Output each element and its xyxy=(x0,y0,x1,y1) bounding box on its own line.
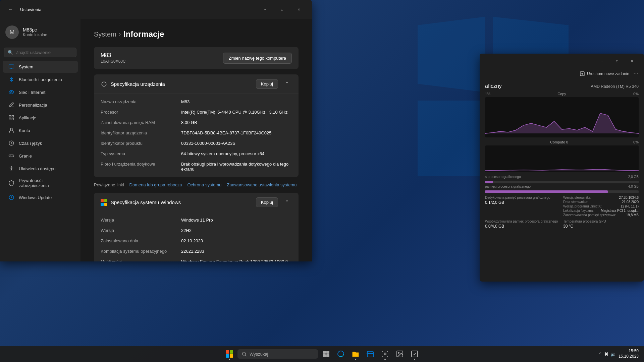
device-spec-collapse-button[interactable]: ⌃ xyxy=(282,79,292,88)
tm-maximize-button[interactable]: □ xyxy=(610,56,624,66)
spec-row-edition: Wersja Windows 11 Pro xyxy=(94,215,299,225)
sidebar-item-system-label: System xyxy=(19,64,33,69)
maximize-button[interactable]: □ xyxy=(274,4,290,15)
sidebar-item-network-label: Sieć i Internet xyxy=(19,90,46,95)
sidebar-item-bluetooth[interactable]: Bluetooth i urządzenia xyxy=(3,73,78,85)
taskbar-clock[interactable]: 15:50 15.10.2023 xyxy=(619,349,639,359)
accessibility-icon xyxy=(8,165,15,172)
svg-line-20 xyxy=(245,355,247,356)
shared-memory-label: Współużytkowana pamięć procesora graficz… xyxy=(485,220,560,223)
gpu-stats-grid: Dedykowana pamięć procesora graficznego … xyxy=(485,196,639,229)
store-icon xyxy=(366,350,374,358)
windows-spec-collapse-button[interactable]: ⌃ xyxy=(282,198,292,207)
driver-version-row: Wersja sterownika: 27.20.1034.6 xyxy=(563,196,639,199)
reserved-value: 19,8 MB xyxy=(626,213,639,217)
sidebar-item-personalization[interactable]: Personalizacja xyxy=(3,99,78,111)
vram-bar xyxy=(485,181,639,183)
volume-icon[interactable]: 🔉 xyxy=(610,352,616,357)
photos-button[interactable] xyxy=(393,347,407,361)
sidebar-item-accounts[interactable]: Konta xyxy=(3,124,78,136)
related-links: Powiązane linki Domena lub grupa robocza… xyxy=(94,182,299,187)
settings-body: M M83pc Konto lokalne 🔍 xyxy=(0,19,312,261)
taskmanager-titlebar: − □ ✕ xyxy=(480,54,644,68)
photos-icon xyxy=(396,350,404,358)
chevron-icon[interactable]: ⌃ xyxy=(598,352,602,357)
sidebar-item-network[interactable]: Sieć i Internet xyxy=(3,86,78,98)
start-indicator xyxy=(229,359,230,360)
related-link-advanced[interactable]: Zaawansowane ustawienia systemu xyxy=(227,182,297,187)
settings-window: ← Ustawienia − □ ✕ M M83pc xyxy=(0,0,312,261)
taskbar-time-display: 15:50 xyxy=(619,349,639,354)
minimize-button[interactable]: − xyxy=(258,4,273,15)
back-button[interactable]: ← xyxy=(5,4,16,15)
driver-info: Wersja sterownika: 27.20.1034.6 Data ste… xyxy=(563,196,639,217)
close-button[interactable]: ✕ xyxy=(291,4,307,15)
network-icon xyxy=(8,89,15,96)
svg-point-26 xyxy=(384,353,386,355)
wifi-icon[interactable]: ⌘ xyxy=(604,352,608,357)
dedicated-memory-stat: Dedykowana pamięć procesora graficznego … xyxy=(485,196,560,217)
sidebar-item-windows-update[interactable]: Windows Update xyxy=(3,191,78,203)
tm-close-button[interactable]: ✕ xyxy=(625,56,639,66)
svg-point-6 xyxy=(10,128,12,130)
start-button[interactable] xyxy=(223,347,236,361)
tm-compute-pct: 0% xyxy=(633,140,639,144)
store-button[interactable] xyxy=(364,347,377,361)
search-input[interactable] xyxy=(16,50,73,55)
windows-spec-header-right: Kopiuj ⌃ xyxy=(256,197,292,207)
related-links-container: Powiązane linki Domena lub grupa robocza… xyxy=(94,182,299,187)
sidebar-user[interactable]: M M83pc Konto lokalne xyxy=(0,21,80,43)
svg-rect-23 xyxy=(323,354,326,357)
computer-model: 10AHS0X60C xyxy=(101,59,126,64)
windows-spec-copy-button[interactable]: Kopiuj xyxy=(256,197,278,207)
related-links-label: Powiązane linki xyxy=(94,182,124,187)
sidebar-item-gaming[interactable]: Granie xyxy=(3,150,78,162)
taskmanager-more-button[interactable]: ⋯ xyxy=(633,70,639,77)
app-icon-1[interactable] xyxy=(408,347,421,361)
tm-minimize-button[interactable]: − xyxy=(596,56,609,66)
reserved-label: Zarezerwowana pamięć sprzętowa: xyxy=(563,213,616,217)
directx-label: Wersja programu DirectX: xyxy=(563,204,602,208)
edge-button[interactable] xyxy=(334,347,347,361)
device-spec-header: Specyfikacja urządzenia Kopiuj ⌃ xyxy=(94,74,299,94)
breadcrumb-parent[interactable]: System xyxy=(94,31,116,38)
taskmanager-controls: − □ ✕ xyxy=(596,56,639,66)
location-row: Lokalizacja fizyczna: Magistrala PCI 1, … xyxy=(563,209,639,213)
gpu-copy-graph xyxy=(485,97,639,137)
related-link-protection[interactable]: Ochrona systemu xyxy=(187,182,221,187)
sidebar-item-apps[interactable]: Aplikacje xyxy=(3,112,78,124)
gaming-icon xyxy=(8,153,15,159)
sidebar-item-time[interactable]: Czas i język xyxy=(3,137,78,149)
device-spec-copy-button[interactable]: Kopiuj xyxy=(256,79,278,89)
sidebar-item-apps-label: Aplikacje xyxy=(19,115,36,120)
file-explorer-button[interactable] xyxy=(349,347,362,361)
taskbar-search[interactable]: Wyszukaj xyxy=(237,349,318,359)
user-name: M83pc xyxy=(23,27,47,33)
driver-version-value: 27.20.1034.6 xyxy=(619,196,639,199)
spec-row-experience: Możliwości Windows Feature Experience Pa… xyxy=(94,256,299,261)
related-link-domain[interactable]: Domena lub grupa robocza xyxy=(129,182,182,187)
taskbar-settings-button[interactable] xyxy=(378,347,392,361)
new-task-button[interactable]: Uruchom nowe zadanie xyxy=(580,71,629,76)
titlebar-nav: ← xyxy=(5,4,16,15)
personalization-icon xyxy=(8,102,15,108)
taskbar: Wyszukaj xyxy=(0,346,644,362)
task-view-button[interactable] xyxy=(319,347,333,361)
search-box[interactable]: 🔍 xyxy=(4,48,76,57)
page-title: Informacje xyxy=(123,29,164,39)
svg-rect-2 xyxy=(9,115,11,117)
tm-copy-label: Copy xyxy=(557,92,566,96)
computer-name-card: M83 10AHS0X60C Zmień nazwę tego komputer… xyxy=(94,47,299,69)
sidebar-item-privacy[interactable]: Prywatność i zabezpieczenia xyxy=(3,175,78,191)
svg-point-9 xyxy=(11,166,12,167)
sidebar-item-accessibility[interactable]: Ułatwienia dostępu xyxy=(3,163,78,175)
windows-spec-title: Specyfikacja systemu Windows xyxy=(111,199,181,205)
sidebar-item-accounts-label: Konta xyxy=(19,128,30,133)
sidebar-item-system[interactable]: System xyxy=(3,61,78,73)
sidebar-item-bluetooth-label: Bluetooth i urządzenia xyxy=(19,77,62,82)
device-spec-section: Specyfikacja urządzenia Kopiuj ⌃ Nazwa u… xyxy=(94,74,299,177)
location-label: Lokalizacja fizyczna: xyxy=(563,209,594,213)
svg-rect-8 xyxy=(9,155,14,157)
sidebar-item-gaming-label: Granie xyxy=(19,154,32,159)
rename-computer-button[interactable]: Zmień nazwę tego komputera xyxy=(223,53,292,64)
